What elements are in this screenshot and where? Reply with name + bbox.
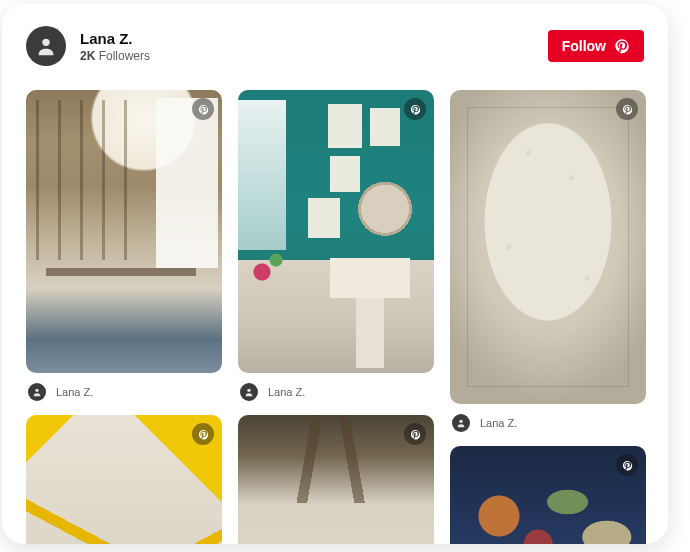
person-icon bbox=[456, 418, 466, 428]
save-badge[interactable] bbox=[192, 423, 214, 445]
creator-name[interactable]: Lana Z. bbox=[80, 30, 150, 47]
creator-text: Lana Z. 2K Followers bbox=[80, 30, 150, 63]
svg-point-3 bbox=[459, 420, 462, 423]
profile-card: Lana Z. 2K Followers Follow bbox=[2, 4, 668, 544]
pin[interactable] bbox=[26, 415, 222, 544]
save-badge[interactable] bbox=[404, 98, 426, 120]
pinterest-icon bbox=[614, 38, 630, 54]
creator-block[interactable]: Lana Z. 2K Followers bbox=[26, 26, 150, 66]
avatar-small bbox=[28, 383, 46, 401]
pinterest-icon bbox=[198, 104, 209, 115]
svg-point-0 bbox=[42, 39, 49, 46]
followers-line: 2K Followers bbox=[80, 49, 150, 63]
pin[interactable] bbox=[450, 90, 646, 404]
pin[interactable] bbox=[26, 90, 222, 373]
pinterest-icon bbox=[622, 460, 633, 471]
save-badge[interactable] bbox=[192, 98, 214, 120]
person-icon bbox=[244, 387, 254, 397]
pinterest-icon bbox=[198, 429, 209, 440]
header: Lana Z. 2K Followers Follow bbox=[26, 26, 644, 66]
pin-attribution[interactable]: Lana Z. bbox=[26, 373, 222, 415]
pinterest-icon bbox=[410, 104, 421, 115]
grid-column: Lana Z. bbox=[26, 90, 222, 544]
pin-attribution[interactable]: Lana Z. bbox=[238, 373, 434, 415]
person-icon bbox=[35, 35, 57, 57]
save-badge[interactable] bbox=[404, 423, 426, 445]
avatar-small bbox=[240, 383, 258, 401]
avatar-small bbox=[452, 414, 470, 432]
followers-count: 2K bbox=[80, 49, 95, 63]
pin[interactable] bbox=[238, 90, 434, 373]
pin[interactable] bbox=[238, 415, 434, 544]
pin-attribution[interactable]: Lana Z. bbox=[450, 404, 646, 446]
svg-point-2 bbox=[247, 389, 250, 392]
person-icon bbox=[32, 387, 42, 397]
save-badge[interactable] bbox=[616, 454, 638, 476]
follow-button-label: Follow bbox=[562, 38, 606, 54]
save-badge[interactable] bbox=[616, 98, 638, 120]
followers-label: Followers bbox=[99, 49, 150, 63]
grid-column: Lana Z. bbox=[450, 90, 646, 544]
pin-attribution-name: Lana Z. bbox=[268, 386, 305, 398]
pinterest-icon bbox=[622, 104, 633, 115]
pin-grid: Lana Z. Lana Z. bbox=[26, 90, 644, 544]
avatar[interactable] bbox=[26, 26, 66, 66]
grid-column: Lana Z. bbox=[238, 90, 434, 544]
pin[interactable] bbox=[450, 446, 646, 544]
svg-point-1 bbox=[35, 389, 38, 392]
pin-attribution-name: Lana Z. bbox=[56, 386, 93, 398]
pinterest-icon bbox=[410, 429, 421, 440]
pin-attribution-name: Lana Z. bbox=[480, 417, 517, 429]
follow-button[interactable]: Follow bbox=[548, 30, 644, 62]
